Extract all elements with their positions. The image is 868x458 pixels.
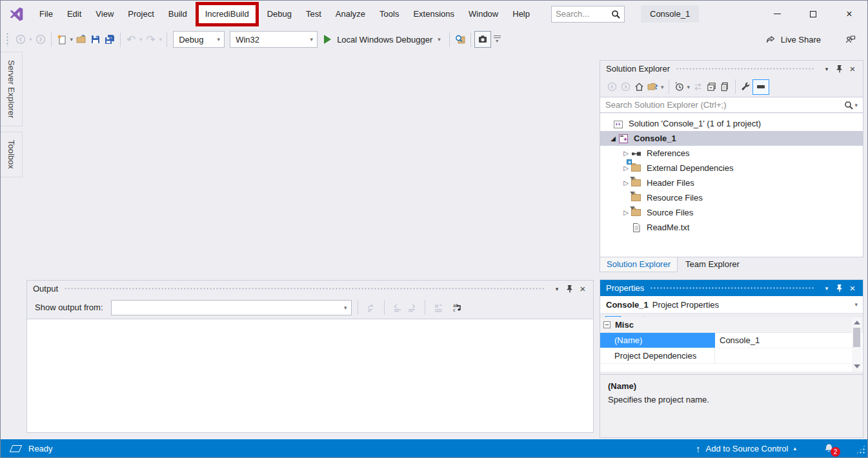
resize-grip[interactable] bbox=[856, 445, 865, 454]
menu-extensions[interactable]: Extensions bbox=[406, 5, 461, 23]
property-value-cell[interactable]: Console_1 bbox=[715, 333, 863, 348]
redo-dropdown[interactable]: ▾ bbox=[158, 36, 164, 43]
show-all-files-button[interactable] bbox=[718, 79, 732, 95]
collapse-category-icon[interactable]: − bbox=[603, 321, 611, 328]
pin-button[interactable] bbox=[833, 282, 846, 295]
search-options-dropdown[interactable]: ▾ bbox=[853, 102, 859, 108]
menu-test[interactable]: Test bbox=[299, 5, 328, 23]
property-value-cell[interactable] bbox=[715, 348, 863, 363]
menu-incredibuild-highlighted[interactable]: IncrediBuild bbox=[196, 2, 259, 26]
collapsed-icon[interactable]: ▷ bbox=[621, 164, 631, 172]
tree-row-readme[interactable]: ReadMe.txt bbox=[600, 220, 863, 235]
menu-window[interactable]: Window bbox=[461, 5, 505, 23]
menu-debug[interactable]: Debug bbox=[260, 5, 299, 23]
tree-row-external-dependencies[interactable]: ▷ External Dependencies bbox=[600, 161, 863, 175]
maximize-button[interactable] bbox=[795, 1, 831, 27]
send-feedback-icon[interactable] bbox=[845, 34, 856, 45]
tab-team-explorer[interactable]: Team Explorer bbox=[679, 257, 746, 272]
output-panel-header[interactable]: Output ▾ × bbox=[27, 281, 593, 297]
tree-row-project-selected[interactable]: ◢ Console_1 bbox=[600, 131, 863, 146]
menu-view[interactable]: View bbox=[88, 5, 121, 23]
start-debugging-button[interactable]: Local Windows Debugger ▾ bbox=[320, 35, 446, 45]
notifications-button[interactable]: 2 bbox=[823, 443, 834, 454]
preview-selected-items-button[interactable] bbox=[752, 79, 769, 95]
quick-search-box[interactable] bbox=[551, 6, 625, 23]
se-forward-button[interactable] bbox=[619, 79, 632, 95]
pin-button[interactable] bbox=[833, 63, 846, 75]
collapsed-icon[interactable]: ▷ bbox=[621, 209, 631, 216]
se-properties-button[interactable] bbox=[739, 79, 752, 95]
window-position-dropdown[interactable]: ▾ bbox=[820, 63, 833, 75]
close-panel-button[interactable]: × bbox=[846, 63, 859, 75]
toggle-word-wrap-button[interactable]: ab c bbox=[450, 299, 465, 316]
panel-drag-grip[interactable] bbox=[676, 67, 814, 71]
sync-with-active-document-button[interactable] bbox=[691, 79, 705, 95]
scrollbar-thumb[interactable] bbox=[853, 328, 860, 347]
tab-solution-explorer[interactable]: Solution Explorer bbox=[600, 257, 678, 272]
expanded-icon[interactable]: ◢ bbox=[608, 135, 618, 142]
undo-button[interactable]: ↶ bbox=[124, 31, 138, 48]
close-button[interactable]: × bbox=[831, 1, 867, 27]
switch-views-button[interactable] bbox=[646, 79, 660, 95]
new-item-dropdown[interactable]: ▾ bbox=[69, 36, 75, 43]
properties-object-combo[interactable]: Console_1 Project Properties ▾ bbox=[600, 296, 863, 314]
navigate-forward-button[interactable] bbox=[34, 31, 48, 48]
home-button[interactable] bbox=[632, 79, 646, 95]
live-share-button[interactable]: Live Share bbox=[765, 34, 821, 45]
sidebar-tab-toolbox[interactable]: Toolbox bbox=[1, 132, 23, 177]
collapsed-icon[interactable]: ▷ bbox=[621, 179, 631, 186]
menu-tools[interactable]: Tools bbox=[372, 5, 406, 23]
next-message-button[interactable] bbox=[405, 299, 419, 316]
solution-platform-combo[interactable]: Win32 ▾ bbox=[230, 31, 318, 48]
find-in-files-button[interactable] bbox=[453, 31, 467, 48]
property-row-name[interactable]: (Name) Console_1 bbox=[600, 333, 863, 348]
undo-dropdown[interactable]: ▾ bbox=[138, 36, 144, 43]
solution-explorer-search-input[interactable] bbox=[605, 100, 844, 110]
property-name-cell[interactable]: Project Dependencies bbox=[600, 348, 715, 363]
menu-analyze[interactable]: Analyze bbox=[328, 5, 372, 23]
pending-changes-filter-button[interactable] bbox=[672, 79, 686, 95]
open-file-button[interactable] bbox=[74, 31, 88, 48]
camera-button[interactable] bbox=[474, 31, 491, 48]
quick-search-input[interactable] bbox=[556, 9, 611, 19]
close-panel-button[interactable]: × bbox=[846, 282, 859, 295]
collapsed-icon[interactable]: ▷ bbox=[621, 150, 631, 157]
menu-file[interactable]: File bbox=[32, 5, 60, 23]
toolbar-drag-grip[interactable] bbox=[6, 32, 10, 46]
collapse-all-button[interactable] bbox=[705, 79, 718, 95]
solution-explorer-header[interactable]: Solution Explorer ▾ × bbox=[600, 61, 863, 77]
save-button[interactable] bbox=[88, 31, 103, 48]
property-row-project-dependencies[interactable]: Project Dependencies bbox=[600, 348, 863, 364]
minimize-button[interactable] bbox=[759, 1, 795, 27]
switch-views-dropdown[interactable]: ▾ bbox=[660, 84, 665, 90]
redo-button[interactable]: ↷ bbox=[144, 31, 158, 48]
menu-build[interactable]: Build bbox=[161, 5, 194, 23]
tree-row-header-files[interactable]: ▷ Header Files bbox=[600, 175, 863, 190]
go-to-message-button[interactable] bbox=[364, 299, 378, 316]
panel-drag-grip[interactable] bbox=[64, 287, 545, 291]
scroll-up-arrow[interactable] bbox=[854, 321, 860, 324]
close-panel-button[interactable]: × bbox=[576, 283, 589, 295]
add-to-source-control-button[interactable]: Add to Source Control bbox=[706, 444, 789, 453]
previous-message-button[interactable] bbox=[390, 299, 405, 316]
tree-row-solution[interactable]: Solution 'Console_1' (1 of 1 project) bbox=[600, 116, 863, 131]
properties-scrollbar[interactable] bbox=[852, 317, 862, 372]
toolbar-options-button[interactable]: ▾ bbox=[494, 35, 501, 44]
new-project-button[interactable] bbox=[55, 31, 69, 48]
navigation-history-dropdown[interactable]: ▾ bbox=[28, 36, 34, 43]
menu-project[interactable]: Project bbox=[121, 5, 161, 23]
window-position-dropdown[interactable]: ▾ bbox=[820, 282, 833, 295]
navigate-back-button[interactable] bbox=[14, 31, 28, 48]
panel-drag-grip[interactable] bbox=[650, 286, 814, 290]
property-name-cell[interactable]: (Name) bbox=[600, 333, 715, 348]
menu-edit[interactable]: Edit bbox=[60, 5, 88, 23]
tree-row-source-files[interactable]: ▷ Source Files bbox=[600, 205, 863, 220]
pin-button[interactable] bbox=[563, 283, 576, 295]
se-back-button[interactable] bbox=[605, 79, 619, 95]
output-source-combo[interactable]: ▾ bbox=[111, 300, 352, 315]
save-all-button[interactable] bbox=[103, 31, 117, 48]
filter-dropdown[interactable]: ▾ bbox=[686, 84, 692, 90]
clear-all-button[interactable] bbox=[431, 299, 445, 316]
sidebar-tab-server-explorer[interactable]: Server Explorer bbox=[1, 52, 23, 126]
menu-help[interactable]: Help bbox=[505, 5, 537, 23]
